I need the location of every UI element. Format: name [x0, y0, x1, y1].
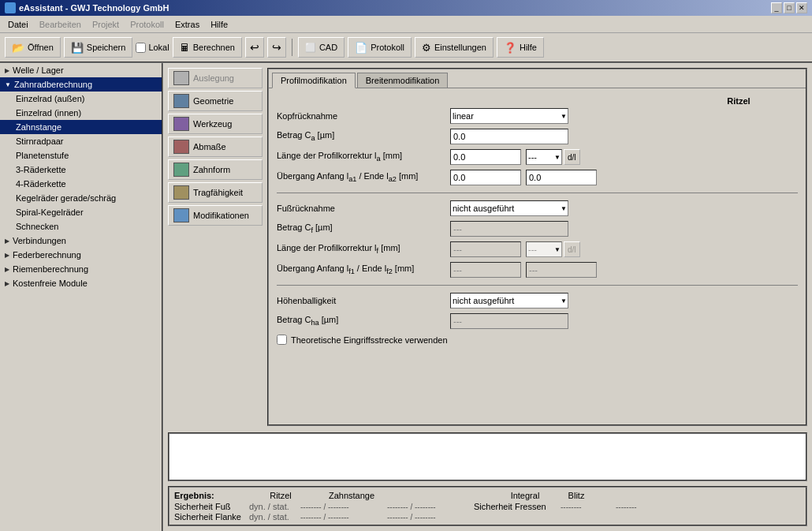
sidebar-group-verbindungen-label: Verbindungen	[13, 236, 66, 245]
menu-datei[interactable]: Datei	[3, 18, 33, 31]
sidebar-item-planetenstufe[interactable]: Planetenstufe	[0, 148, 162, 163]
speichern-button[interactable]: 💾 Speichern	[64, 37, 133, 58]
hoehenballigkeit-select-wrapper: nicht ausgeführt kreisbogen ▼	[450, 293, 568, 309]
betrag-ca-input[interactable]	[450, 129, 568, 144]
sidebar-item-welle-lager[interactable]: ▶ Welle / Lager	[0, 63, 162, 77]
sidebar-item-federberechnung[interactable]: ▶ Federberechnung	[0, 248, 162, 262]
close-button[interactable]: ✕	[796, 2, 807, 13]
protokoll-button[interactable]: 📄 Protokoll	[348, 37, 412, 58]
cad-icon: ⬜	[305, 43, 316, 53]
sidebar-item-kostenfreie-module[interactable]: ▶ Kostenfreie Module	[0, 276, 162, 290]
sidebar-item-stirnradpaar[interactable]: Stirnradpaar	[0, 134, 162, 148]
hoehenballigkeit-label: Höhenballigkeit	[277, 296, 450, 305]
undo-button[interactable]: ↩	[245, 37, 264, 58]
sidebar-item-zahnradberechnung[interactable]: ▼ Zahnradberechnung	[0, 77, 162, 92]
modifikationen-label: Modifikationen	[193, 211, 249, 220]
laenge-la-row: Länge der Profilkorrektur la [mm] --- ▼ …	[277, 148, 798, 166]
auslegung-icon	[173, 71, 189, 85]
menu-projekt: Projekt	[88, 18, 124, 31]
tab-profilmodifikation[interactable]: Profilmodifikation	[272, 73, 356, 88]
tab-bar: Profilmodifikation Breitenmodifikation	[269, 69, 806, 88]
laenge-lf-select: ---	[526, 241, 562, 257]
lokal-checkbox-label[interactable]: Lokal	[136, 43, 169, 53]
calc-icon: 🖩	[180, 42, 190, 54]
lokal-label: Lokal	[148, 43, 169, 52]
laenge-la-small-btn[interactable]: d/l	[564, 149, 580, 165]
row1-integral-label: Sicherheit Fressen	[474, 502, 561, 511]
sidebar-item-label: Planetenstufe	[16, 151, 69, 160]
redo-button[interactable]: ↪	[267, 37, 286, 58]
titlebar-left: eAssistant - GWJ Technology GmbH	[5, 2, 169, 13]
sidebar-group-welle-label: Welle / Lager	[13, 65, 64, 75]
lokal-checkbox[interactable]	[136, 43, 146, 53]
speichern-label: Speichern	[87, 43, 126, 52]
checkbox-row: Theoretische Eingriffsstrecke verwenden	[277, 335, 798, 345]
tragfahigkeit-button[interactable]: Tragfähigkeit	[168, 182, 263, 203]
hoehenballigkeit-select[interactable]: nicht ausgeführt kreisbogen	[450, 293, 568, 309]
sidebar-item-einzelrad-aussen[interactable]: Einzelrad (außen)	[0, 92, 162, 106]
oeffnen-button[interactable]: 📂 Öffnen	[5, 37, 61, 58]
sidebar-item-zahnstange[interactable]: Zahnstange	[0, 120, 162, 134]
betrag-cha-row: Betrag Cha [µm]	[277, 312, 798, 330]
sidebar-item-label: Spiral-Kegelräder	[16, 208, 84, 217]
sidebar-item-label: Einzelrad (außen)	[16, 94, 84, 103]
cad-button[interactable]: ⬜ CAD	[298, 37, 345, 58]
output-area	[168, 432, 807, 481]
sidebar-item-label: 3-Räderkette	[16, 165, 66, 174]
laenge-la-input1[interactable]	[450, 149, 521, 165]
minimize-button[interactable]: _	[771, 2, 782, 13]
sidebar-item-4-raederkette[interactable]: 4-Räderkette	[0, 177, 162, 191]
kopfruecknahme-select[interactable]: linear nicht ausgeführt kreisbogen	[450, 108, 568, 124]
row2-label: Sicherheit Flanke	[174, 512, 249, 522]
content-area: Auslegung Geometrie Werkzeug Abmaße Zahn…	[163, 63, 812, 531]
uebergang-la-input1[interactable]	[450, 170, 521, 185]
sidebar-item-schnecken[interactable]: Schnecken	[0, 219, 162, 234]
tab-breitenmodifikation[interactable]: Breitenmodifikation	[357, 73, 449, 88]
werkzeug-button[interactable]: Werkzeug	[168, 114, 263, 134]
triangle-icon-zahnrad: ▼	[5, 81, 11, 88]
uebergang-la-input2[interactable]	[526, 170, 597, 185]
app-icon	[5, 2, 16, 13]
sidebar-item-spiral-kegelraeder[interactable]: Spiral-Kegelräder	[0, 205, 162, 219]
sidebar-item-label: Stirnradpaar	[16, 136, 64, 146]
hilfe-button[interactable]: ❓ Hilfe	[497, 37, 544, 58]
cad-label: CAD	[319, 43, 337, 52]
results-integral-header: Integral	[497, 491, 553, 500]
geometrie-label: Geometrie	[193, 96, 233, 106]
abmasse-button[interactable]: Abmaße	[168, 136, 263, 157]
undo-icon: ↩	[250, 41, 259, 54]
sidebar-item-label: 4-Räderkette	[16, 179, 66, 189]
sidebar-item-3-raederkette[interactable]: 3-Räderkette	[0, 163, 162, 177]
menu-hilfe[interactable]: Hilfe	[206, 18, 233, 31]
modifikationen-button[interactable]: Modifikationen	[168, 205, 263, 226]
left-nav: Auslegung Geometrie Werkzeug Abmaße Zahn…	[168, 68, 263, 426]
sidebar-item-verbindungen[interactable]: ▶ Verbindungen	[0, 234, 162, 248]
laenge-la-select[interactable]: ---	[526, 149, 562, 165]
uebergang-lf-input2	[526, 262, 597, 278]
triangle-icon-verbindungen: ▶	[5, 237, 9, 245]
geometrie-button[interactable]: Geometrie	[168, 91, 263, 111]
sidebar-item-riemenberechnung[interactable]: ▶ Riemenberechnung	[0, 262, 162, 276]
abmasse-label: Abmaße	[193, 142, 226, 151]
berechnen-button[interactable]: 🖩 Berechnen	[173, 37, 242, 58]
content-upper: Auslegung Geometrie Werkzeug Abmaße Zahn…	[168, 68, 807, 426]
fussruecknahme-select[interactable]: nicht ausgeführt linear kreisbogen	[450, 200, 568, 216]
tab-content: Ritzel Kopfrücknahme linear nicht ausgef…	[269, 88, 806, 424]
folder-icon: 📂	[12, 42, 24, 54]
maximize-button[interactable]: □	[784, 2, 795, 13]
uebergang-lf-label: Übergang Anfang lf1 / Ende lf2 [mm]	[277, 264, 450, 275]
help-icon: ❓	[504, 42, 516, 54]
einstellungen-button[interactable]: ⚙ Einstellungen	[415, 37, 494, 58]
row2-ritzel-vals: -------- / --------	[300, 513, 387, 522]
menu-bearbeiten: Bearbeiten	[35, 18, 86, 31]
zahnform-button[interactable]: Zahnform	[168, 159, 263, 180]
sidebar-item-einzelrad-innen[interactable]: Einzelrad (innen)	[0, 106, 162, 120]
results-zahnstange-header: Zahnstange	[308, 491, 395, 500]
eingriffsstrecke-checkbox[interactable]	[277, 335, 287, 345]
werkzeug-icon	[173, 117, 189, 131]
form-separator-2	[277, 285, 798, 286]
sidebar-item-label: Zahnstange	[16, 122, 61, 132]
sidebar-item-kegelraeder[interactable]: Kegelräder gerade/schräg	[0, 191, 162, 205]
triangle-icon-welle: ▶	[5, 67, 9, 74]
menu-extras[interactable]: Extras	[170, 18, 204, 31]
